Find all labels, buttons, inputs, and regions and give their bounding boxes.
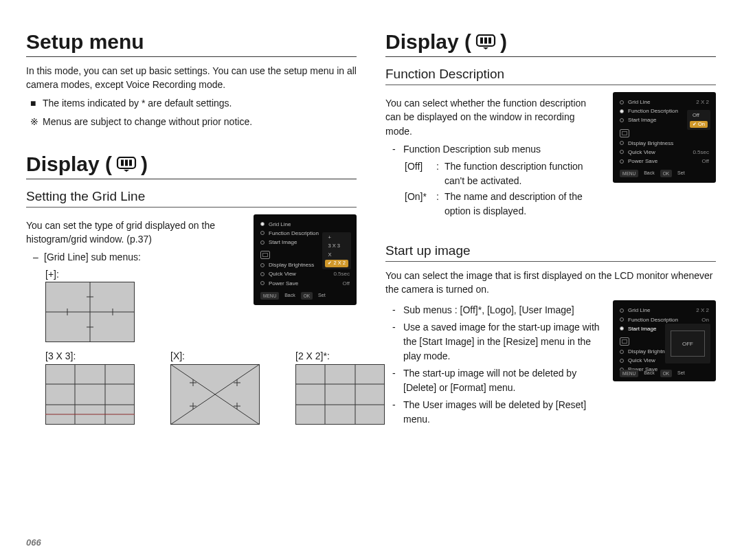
divider [26,179,357,179]
subheading-function-description: Function Description [385,67,716,82]
heading-display-right: Display ( ) [385,30,716,54]
grid-intro: You can set the type of grid displayed o… [26,219,244,247]
camera-screenshot-function-description: Grid Line2 X 2 Function Description Star… [613,92,716,183]
grid-plus-diagram [45,282,135,342]
left-column: Setup menu In this mode, you can set up … [26,30,357,429]
divider [385,261,716,262]
svg-rect-28 [296,365,385,425]
display-icon [475,34,496,49]
startup-bullet-saved-image: -Use a saved image for the start-up imag… [392,320,603,363]
note-subject-to-change: ※Menus are subject to change without pri… [30,115,357,129]
divider [26,207,357,208]
display-icon [260,251,270,259]
camera-screenshot-start-image: Grid Line2 X 2 Function DescriptionOn St… [613,300,716,381]
startup-bullet-submenus: -Sub menus : [Off]*, [Logo], [User Image… [392,303,603,317]
subheading-grid-line: Setting the Grid Line [26,189,357,204]
submenu-popup: Off On [687,110,710,130]
svg-rect-34 [480,38,483,44]
startup-intro: You can select the image that is first d… [385,269,716,297]
startup-bullet-reset: -The User images will be deleted by [Res… [392,398,603,427]
display-icon [116,157,137,172]
svg-rect-36 [488,38,491,44]
right-column: Display ( ) Function Description You can… [385,30,716,429]
divider [385,85,716,85]
grid-option-x-label: [X]: [170,350,260,361]
heading-display-left: Display ( ) [26,153,357,176]
startup-bullet-not-deleted: -The start-up image will not be deleted … [392,366,603,395]
svg-rect-1 [121,159,124,166]
fd-option-on: [On]*:The name and description of the op… [405,190,603,219]
fd-intro: You can select whether the function desc… [385,96,603,138]
svg-rect-35 [484,38,487,44]
heading-setup-menu: Setup menu [26,30,357,54]
svg-rect-2 [125,159,128,166]
fd-option-off: [Off]:The function description function … [405,159,603,188]
submenu-popup: + 3 X 3 X 2 X 2 [322,232,351,269]
grid-submenus-label: –[Grid Line] sub menus: [33,250,244,265]
grid-x-diagram [170,364,260,425]
divider [385,56,716,57]
display-icon [620,337,629,346]
divider [26,56,357,57]
intro-text: In this mode, you can set up basic setti… [26,64,357,92]
svg-rect-11 [46,365,135,425]
note-default-settings: ■The items indicated by * are default se… [30,96,357,111]
fd-submenus: -Function Description sub menus [392,142,603,157]
camera-screenshot-grid-line: Grid Line Function Description Start Ima… [254,214,357,305]
svg-rect-3 [129,159,132,166]
grid-2x2-diagram [295,364,385,425]
grid-option-2x2-label: [2 X 2]*: [295,350,385,361]
page-number: 066 [26,537,41,548]
manual-page: Setup menu In this mode, you can set up … [0,0,742,560]
grid-3x3-diagram [45,364,135,425]
grid-option-plus-label: [+]: [45,269,244,280]
start-image-preview: OFF [665,324,710,363]
display-icon [620,129,629,137]
subheading-start-up-image: Start up image [385,243,716,258]
grid-option-3x3-label: [3 X 3]: [45,350,135,361]
